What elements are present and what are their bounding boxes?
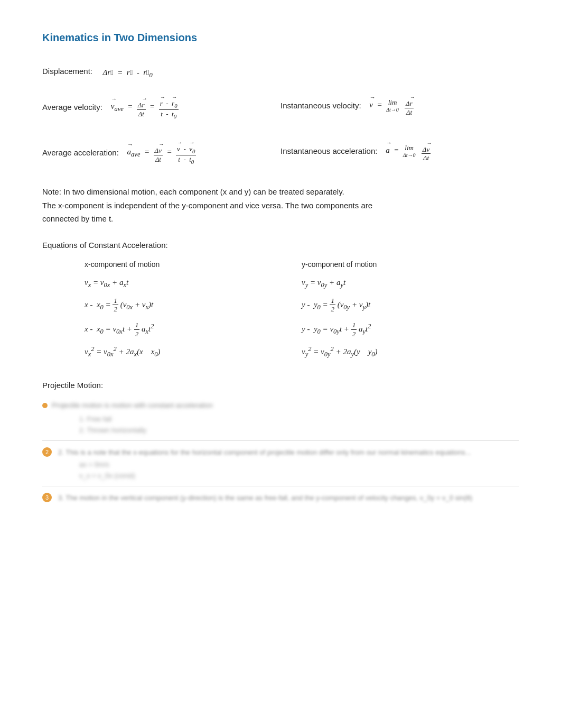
inst-accel-col: Instantaneous acceleration: → a = lim Δt… (280, 140, 519, 170)
limit-block-v: lim Δt→0 (386, 98, 399, 113)
inst-velocity-formula: Instantaneous velocity: → v = lim Δt→0 Δ… (280, 94, 519, 117)
blurred-sub-2: v_x = v_0x (const) (79, 472, 519, 480)
avg-accel-math: → a ave = Δ → v Δt = (127, 140, 197, 165)
avg-velocity-label: Average velocity: (42, 103, 102, 112)
section-number-2: 2 (42, 447, 52, 457)
avg-velocity-frac2: → r - → r 0 t - t0 (159, 94, 179, 119)
equations-section: Equations of Constant Acceleration: x-co… (42, 241, 519, 366)
blurred-item-2: 2. Thrown horizontally (79, 426, 519, 434)
inst-v-frac: Δ → r Δt (405, 94, 414, 116)
inst-accel-formula: Instantaneous acceleration: → a = lim Δt… (280, 140, 519, 162)
y-component-col: y-component of motion vy = v0y + ayt y -… (302, 260, 519, 366)
projectile-heading: Projectile Motion: (42, 381, 519, 390)
x-eq2-frac: 1 2 (113, 297, 118, 314)
page-title: Kinematics in Two Dimensions (42, 32, 519, 44)
section-number-3: 3 (42, 493, 52, 502)
equations-heading: Equations of Constant Acceleration: (42, 241, 519, 250)
velocity-section: Average velocity: → v ave = Δ → r Δt (42, 94, 519, 125)
y-component-heading: y-component of motion (302, 260, 519, 269)
projectile-section: Projectile Motion: Projectile motion is … (42, 381, 519, 503)
displacement-formula: Displacement: Δr⃗ = r⃗ - r⃗0 (42, 63, 519, 79)
avg-accel-formula: Average acceleration: → a ave = Δ → v Δt (42, 140, 280, 165)
equations-columns: x-component of motion vx = v0x + axt x -… (85, 260, 519, 366)
separator-2 (42, 486, 519, 486)
avg-velocity-formula: Average velocity: → v ave = Δ → r Δt (42, 94, 280, 119)
x-eq3: x - x0 = v0xt + 1 2 axt2 (85, 321, 302, 338)
inst-velocity-math: → v = lim Δt→0 Δ → r Δt (369, 94, 413, 117)
y-eq4: vy2 = v0y2 + 2ay(y y0) (302, 345, 519, 358)
separator-1 (42, 440, 519, 441)
inst-accel-math: → a = lim Δt→0 Δ → v Δt (386, 140, 431, 162)
avg-accel-frac2: → v - → v 0 t - t0 (176, 140, 196, 165)
note-section: Note: In two dimensional motion, each co… (42, 185, 519, 226)
avg-accel-col: Average acceleration: → a ave = Δ → v Δt (42, 140, 280, 170)
y-eq2: y - y0 = 1 2 (v0y + vy)t (302, 297, 519, 314)
inst-velocity-label: Instantaneous velocity: (280, 101, 361, 110)
projectile-blurred-1: Projectile motion is motion with constan… (42, 399, 519, 434)
y-eq1: vy = v0y + ayt (302, 278, 519, 289)
x-component-col: x-component of motion vx = v0x + axt x -… (85, 260, 302, 366)
projectile-blurred-3: 3 3. The motion in the vertical componen… (42, 493, 519, 503)
x-eq4: vx2 = v0x2 + 2ax(x x0) (85, 345, 302, 358)
displacement-section: Displacement: Δr⃗ = r⃗ - r⃗0 (42, 63, 519, 79)
note-text: Note: In two dimensional motion, each co… (42, 185, 519, 226)
y-eq3: y - y0 = v0yt + 1 2 ayt2 (302, 321, 519, 338)
x-eq1: vx = v0x + axt (85, 278, 302, 289)
y-eq2-frac: 1 2 (330, 297, 335, 314)
acceleration-section: Average acceleration: → a ave = Δ → v Δt (42, 140, 519, 170)
displacement-math: Δr⃗ = r⃗ - r⃗0 (103, 63, 153, 79)
bullet-icon-1 (42, 403, 48, 408)
avg-velocity-col: Average velocity: → v ave = Δ → r Δt (42, 94, 280, 125)
avg-velocity-frac: Δ → r Δt (137, 96, 146, 118)
inst-a-frac: Δ → v Δt (422, 140, 431, 162)
y-eq3-frac: 1 2 (351, 321, 357, 338)
avg-accel-frac1: Δ → v Δt (154, 141, 163, 163)
x-eq2: x - x0 = 1 2 (v0x + vx)t (85, 297, 302, 314)
projectile-blurred-2: 2 2. This is a note that the x-equations… (42, 447, 519, 480)
blurred-item-1: 1. Free fall (79, 415, 519, 423)
displacement-label: Displacement: (42, 67, 92, 76)
x-component-heading: x-component of motion (85, 260, 302, 269)
avg-velocity-math: → v ave = Δ → r Δt = (111, 94, 179, 119)
blurred-text-2: 2. This is a note that the x-equations f… (58, 447, 471, 458)
inst-accel-label: Instantaneous acceleration: (280, 146, 377, 155)
limit-block-a: lim Δt→0 (403, 144, 416, 158)
blurred-sub-1: ax = 0m/s (79, 460, 519, 468)
x-eq3-frac: 1 2 (134, 321, 140, 338)
inst-velocity-col: Instantaneous velocity: → v = lim Δt→0 Δ… (280, 94, 519, 125)
blurred-text-1: Projectile motion is motion with constan… (52, 399, 213, 411)
avg-accel-label: Average acceleration: (42, 148, 119, 157)
blurred-text-3: 3. The motion in the vertical component … (58, 493, 472, 503)
